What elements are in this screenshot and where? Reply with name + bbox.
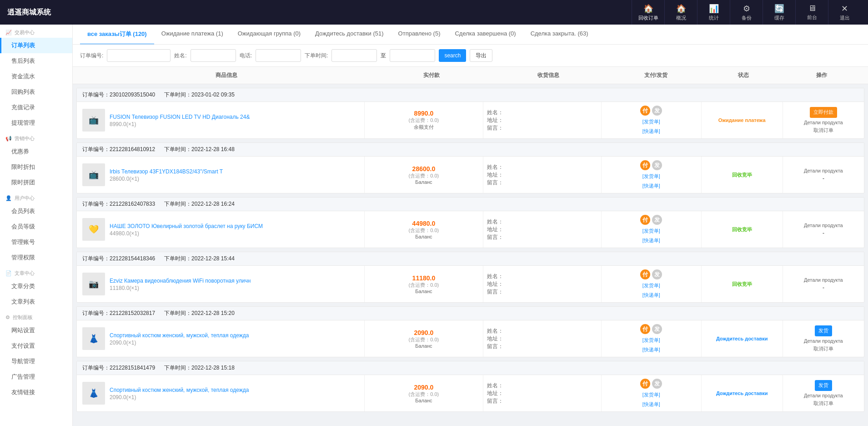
order-receiver: 姓名： 地址： 留言： xyxy=(483,211,601,248)
sidebar-item-coupons[interactable]: 优惠券 xyxy=(0,144,72,159)
top-nav-icons: 🏠 回收订单 🏠 概况 📊 统计 ⚙ 备份 🔄 缓存 🖥 前台 ✕ 退出 xyxy=(632,0,861,25)
search-button[interactable]: search xyxy=(439,49,466,62)
express-link[interactable]: [快递单] xyxy=(642,401,660,408)
order-product: 📷 Ezviz Камера видеонаблюдения WiFi пово… xyxy=(77,266,364,302)
sidebar-item-aftersale[interactable]: 售后列表 xyxy=(0,53,72,69)
tab-shipped[interactable]: Отправлено (5) xyxy=(391,25,448,45)
product-info: FUSION Телевизор FUSION LED TV HD Диагон… xyxy=(110,113,250,127)
express-link[interactable]: [快递单] xyxy=(642,183,660,189)
tab-deal-done[interactable]: Сделка завершена (0) xyxy=(447,25,523,45)
nav-icon-backup[interactable]: ⚙ 备份 xyxy=(730,0,763,25)
action-link-1[interactable]: 取消订单 xyxy=(813,127,833,134)
phone-input[interactable] xyxy=(256,49,301,62)
product-name[interactable]: FUSION Телевизор FUSION LED TV HD Диагон… xyxy=(110,113,250,121)
product-info: Irbis Телевизор 43F1YDX184BS2/43"/Smart … xyxy=(110,167,223,182)
action-link-1[interactable]: 取消订单 xyxy=(813,345,833,352)
sidebar-item-time-discount[interactable]: 限时折扣 xyxy=(0,159,72,175)
invoice-link[interactable]: [发货单] xyxy=(642,118,660,125)
control-icon: ⚙ xyxy=(5,314,10,320)
receiver-note: 留言： xyxy=(487,124,597,132)
express-link[interactable]: [快递单] xyxy=(642,292,660,299)
table-header: 商品信息 实付款 收货信息 支付/发货 状态 操作 xyxy=(73,67,868,84)
action-link-0[interactable]: Детали продукта xyxy=(804,277,843,283)
express-link[interactable]: [快递单] xyxy=(642,346,660,353)
order-no-input[interactable] xyxy=(107,49,171,62)
tab-wait-deliver[interactable]: Дождитесь доставки (51) xyxy=(308,25,391,45)
product-name[interactable]: Irbis Телевизор 43F1YDX184BS2/43"/Smart … xyxy=(110,167,223,176)
express-link[interactable]: [快递单] xyxy=(642,237,660,244)
action-primary-button[interactable]: 发货 xyxy=(815,380,832,391)
order-status: Дождитесь доставки xyxy=(701,320,783,357)
product-name[interactable]: Спортивный костюм женский, мужской, тепл… xyxy=(110,386,249,394)
overview-icon: 🏠 xyxy=(676,4,686,14)
action-link-0[interactable]: Детали продукта xyxy=(804,223,843,228)
sidebar-item-ad-manage[interactable]: 广告管理 xyxy=(0,369,72,385)
order-no-label: 订单编号：221228162407833 xyxy=(82,200,155,208)
payship-icons: 付 发 xyxy=(640,324,662,334)
receiver-name: 姓名： xyxy=(487,327,597,335)
sidebar-item-member-list[interactable]: 会员列表 xyxy=(0,203,72,219)
sidebar-item-article-category[interactable]: 文章分类 xyxy=(0,279,72,294)
order-action: 立即付款 Детали продукта取消订单 xyxy=(783,102,864,138)
product-name[interactable]: Спортивный костюм женский, мужской, тепл… xyxy=(110,331,249,340)
tabs-bar: все заказы订单 (120) Ожидание платежа (1) … xyxy=(73,25,868,45)
sidebar-item-withdraw[interactable]: 提现管理 xyxy=(0,115,72,131)
action-link-1[interactable]: 取消订单 xyxy=(813,400,833,407)
nav-icon-overview[interactable]: 🏠 概况 xyxy=(664,0,697,25)
export-button[interactable]: 导出 xyxy=(470,49,492,62)
tab-wait-pay[interactable]: Ожидание платежа (1) xyxy=(154,25,231,45)
ship-icon: 发 xyxy=(652,324,662,334)
order-receiver: 姓名： 地址： 留言： xyxy=(483,375,601,411)
date-from-input[interactable] xyxy=(331,49,377,62)
action-link-0[interactable]: Детали продукта xyxy=(804,120,843,125)
action-link-0[interactable]: Детали продукта xyxy=(804,393,843,398)
order-product: 📺 FUSION Телевизор FUSION LED TV HD Диаг… xyxy=(77,102,364,138)
receiver-addr: 地址： xyxy=(487,117,597,124)
order-action: 发货 Детали продукта取消订单 xyxy=(783,375,864,411)
product-name[interactable]: Ezviz Камера видеонаблюдения WiFi поворо… xyxy=(110,277,251,285)
invoice-link[interactable]: [发货单] xyxy=(642,228,660,234)
nav-icon-orders[interactable]: 🏠 回收订单 xyxy=(632,0,664,25)
sidebar-item-recharge[interactable]: 充值记录 xyxy=(0,100,72,115)
action-primary-button[interactable]: 发货 xyxy=(815,325,832,336)
sidebar-item-admin-permission[interactable]: 管理权限 xyxy=(0,250,72,265)
order-row: 👗 Спортивный костюм женский, мужской, те… xyxy=(77,375,864,411)
name-input[interactable] xyxy=(191,49,236,62)
sidebar-item-member-level[interactable]: 会员等级 xyxy=(0,219,72,234)
receiver-name: 姓名： xyxy=(487,109,597,117)
tab-wait-group[interactable]: Ожидающая группа (0) xyxy=(231,25,308,45)
sidebar-item-order-list[interactable]: 订单列表 xyxy=(0,38,72,53)
sidebar-item-article-list[interactable]: 文章列表 xyxy=(0,294,72,309)
action-link-0[interactable]: Детали продукта xyxy=(804,168,843,173)
sidebar-item-friend-links[interactable]: 友情链接 xyxy=(0,385,72,400)
invoice-link[interactable]: [发货单] xyxy=(642,173,660,180)
order-product: 💛 НАШЕ ЗОЛОТО Ювелирный золотой браслет … xyxy=(77,211,364,248)
nav-icon-frontend[interactable]: 🖥 前台 xyxy=(795,0,828,25)
pay-icon: 付 xyxy=(640,269,650,279)
sidebar-item-return[interactable]: 回购列表 xyxy=(0,84,72,100)
tab-deal-closed[interactable]: Сделка закрыта. (63) xyxy=(523,25,596,45)
sidebar-item-time-group[interactable]: 限时拼团 xyxy=(0,175,72,190)
invoice-link[interactable]: [发货单] xyxy=(642,337,660,344)
nav-icon-cache[interactable]: 🔄 缓存 xyxy=(763,0,795,25)
phone-label: 电话: xyxy=(240,52,252,60)
invoice-link[interactable]: [发货单] xyxy=(642,282,660,289)
product-name[interactable]: НАШЕ ЗОЛОТО Ювелирный золотой браслет на… xyxy=(110,222,263,230)
action-link-0[interactable]: Детали продукта xyxy=(804,338,843,344)
section-title-control: ⚙ 控制面板 xyxy=(0,309,72,323)
shipping-fee: (含运费：0.0) xyxy=(409,282,439,289)
action-primary-button[interactable]: 立即付款 xyxy=(810,107,837,118)
order-action: 发货 Детали продукта取消订单 xyxy=(783,320,864,357)
sidebar-item-nav-manage[interactable]: 导航管理 xyxy=(0,354,72,369)
nav-icon-stats[interactable]: 📊 统计 xyxy=(697,0,730,25)
nav-icon-logout[interactable]: ✕ 退出 xyxy=(828,0,861,25)
invoice-link[interactable]: [发货单] xyxy=(642,391,660,398)
express-link[interactable]: [快递单] xyxy=(642,128,660,135)
pay-icon: 付 xyxy=(640,379,650,389)
tab-all[interactable]: все заказы订单 (120) xyxy=(80,25,154,45)
sidebar-item-site-settings[interactable]: 网站设置 xyxy=(0,323,72,338)
sidebar-item-admin-account[interactable]: 管理账号 xyxy=(0,234,72,250)
sidebar-item-capital[interactable]: 资金流水 xyxy=(0,69,72,84)
date-to-input[interactable] xyxy=(390,49,435,62)
sidebar-item-payment-settings[interactable]: 支付设置 xyxy=(0,338,72,354)
